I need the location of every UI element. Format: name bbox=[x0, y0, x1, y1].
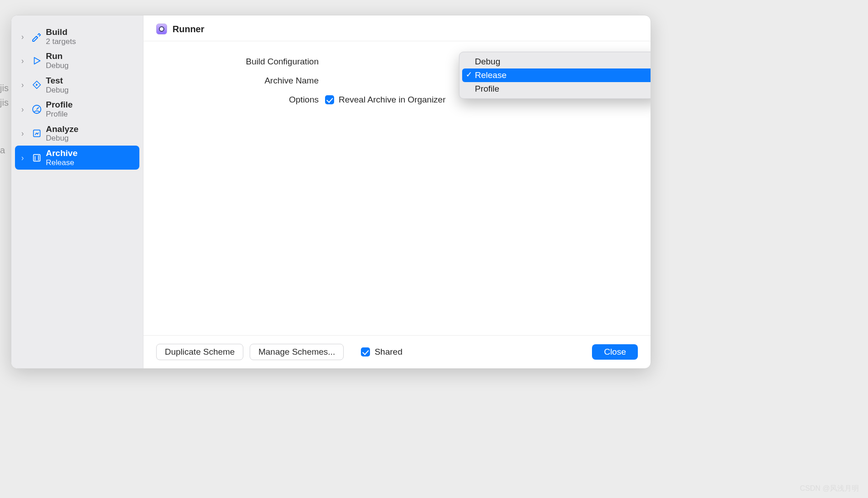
sidebar-item-test[interactable]: › Test Debug bbox=[15, 73, 139, 97]
sidebar-subtitle: Debug bbox=[46, 61, 69, 70]
sidebar-subtitle: Debug bbox=[46, 134, 79, 143]
close-button[interactable]: Close bbox=[592, 344, 638, 360]
page-title: Runner bbox=[173, 24, 204, 34]
gauge-icon bbox=[30, 103, 43, 116]
shared-checkbox[interactable] bbox=[361, 347, 370, 356]
sidebar-item-build[interactable]: › Build 2 targets bbox=[15, 24, 139, 49]
sidebar-title: Analyze bbox=[46, 124, 79, 134]
watermark: CSDN @风浅月明 bbox=[800, 484, 859, 493]
label-build-configuration: Build Configuration bbox=[171, 57, 325, 67]
chevron-right-icon: › bbox=[21, 56, 29, 66]
dropdown-item-profile[interactable]: Profile bbox=[462, 82, 651, 96]
sidebar-title: Build bbox=[46, 27, 76, 37]
duplicate-scheme-button[interactable]: Duplicate Scheme bbox=[156, 344, 243, 360]
main-header: Runner bbox=[143, 15, 651, 41]
sidebar-item-run[interactable]: › Run Debug bbox=[15, 49, 139, 73]
chevron-right-icon: › bbox=[21, 153, 29, 163]
sidebar-item-archive[interactable]: › Archive Release bbox=[15, 146, 139, 170]
hammer-icon bbox=[30, 30, 43, 43]
main-panel: Runner Build Configuration Archive Name … bbox=[143, 15, 651, 368]
analyze-icon bbox=[30, 127, 43, 140]
shared-label: Shared bbox=[375, 347, 402, 357]
sidebar-subtitle: Release bbox=[46, 158, 78, 167]
chevron-right-icon: › bbox=[21, 32, 29, 42]
sidebar-item-profile[interactable]: › Profile Profile bbox=[15, 97, 139, 121]
reveal-archive-checkbox[interactable] bbox=[325, 95, 334, 104]
sidebar-title: Run bbox=[46, 51, 69, 61]
archive-icon bbox=[30, 151, 43, 164]
test-icon bbox=[30, 78, 43, 91]
sidebar-subtitle: Profile bbox=[46, 110, 73, 119]
sidebar: › Build 2 targets › Run Debug bbox=[11, 15, 143, 368]
build-configuration-dropdown: Debug Release Profile bbox=[459, 52, 651, 99]
sidebar-title: Profile bbox=[46, 100, 73, 110]
chevron-right-icon: › bbox=[21, 80, 29, 90]
sidebar-item-analyze[interactable]: › Analyze Debug bbox=[15, 122, 139, 146]
sidebar-subtitle: Debug bbox=[46, 86, 69, 95]
label-options: Options bbox=[171, 95, 325, 105]
sidebar-subtitle: 2 targets bbox=[46, 37, 76, 46]
reveal-archive-label: Reveal Archive in Organizer bbox=[339, 95, 446, 105]
dialog-footer: Duplicate Scheme Manage Schemes... Share… bbox=[143, 335, 651, 368]
sidebar-title: Archive bbox=[46, 148, 78, 158]
play-icon bbox=[30, 54, 43, 67]
dropdown-item-debug[interactable]: Debug bbox=[462, 55, 651, 68]
manage-schemes-button[interactable]: Manage Schemes... bbox=[250, 344, 344, 360]
svg-rect-2 bbox=[34, 154, 40, 161]
runner-app-icon bbox=[156, 24, 167, 34]
chevron-right-icon: › bbox=[21, 104, 29, 114]
dropdown-item-release[interactable]: Release bbox=[462, 68, 651, 82]
scheme-editor-dialog: › Build 2 targets › Run Debug bbox=[11, 15, 651, 369]
sidebar-title: Test bbox=[46, 76, 69, 86]
chevron-right-icon: › bbox=[21, 128, 29, 138]
label-archive-name: Archive Name bbox=[171, 76, 325, 86]
